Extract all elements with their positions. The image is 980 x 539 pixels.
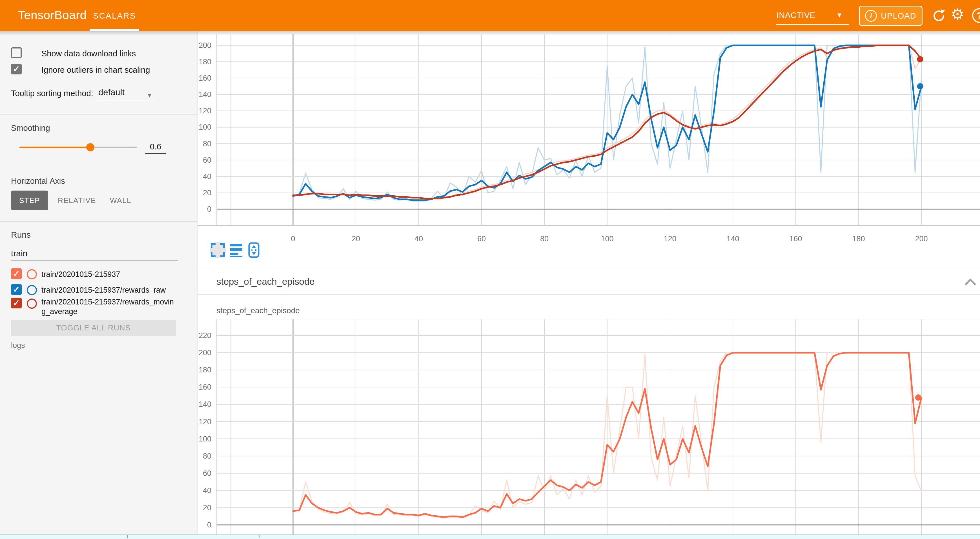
- svg-text:140: 140: [199, 90, 211, 99]
- svg-text:120: 120: [199, 418, 211, 426]
- run-color-ring[interactable]: [27, 269, 37, 279]
- ignore-outliers-checkbox[interactable]: ✓: [11, 64, 22, 75]
- smoothing-value-input[interactable]: 0.6: [145, 142, 166, 151]
- svg-text:40: 40: [203, 172, 211, 181]
- smoothing-value-underline: [145, 153, 166, 154]
- svg-text:120: 120: [199, 107, 211, 115]
- tooltip-sorting-label: Tooltip sorting method:: [11, 89, 93, 98]
- show-download-links-label: Show data download links: [41, 49, 136, 58]
- svg-text:20: 20: [352, 234, 360, 243]
- strip-tick: [259, 535, 259, 538]
- divider: [197, 268, 980, 268]
- svg-text:200: 200: [199, 41, 211, 49]
- chevron-up-icon[interactable]: [965, 279, 976, 285]
- check-icon: ✓: [13, 270, 20, 278]
- svg-text:0: 0: [291, 234, 295, 243]
- svg-text:60: 60: [203, 469, 211, 478]
- chart-card-title: steps_of_each_episode: [216, 306, 300, 315]
- svg-text:200: 200: [915, 234, 928, 243]
- bottom-strip: [0, 534, 980, 539]
- tooltip-select-underline: [98, 100, 158, 101]
- runs-group-logs-label[interactable]: logs: [11, 341, 25, 350]
- smoothing-slider-thumb[interactable]: [86, 143, 94, 151]
- status-dropdown[interactable]: INACTIVE: [776, 11, 815, 20]
- checkbox-checked[interactable]: ✓: [11, 64, 22, 75]
- info-icon: i: [865, 10, 877, 22]
- run-label: train/20201015-215937: [41, 270, 177, 279]
- svg-text:180: 180: [199, 57, 211, 66]
- svg-text:0: 0: [207, 205, 211, 214]
- svg-text:100: 100: [199, 123, 211, 131]
- rewards-chart[interactable]: 0204060801001201401601802000204060801001…: [197, 31, 980, 268]
- refresh-icon[interactable]: [932, 9, 946, 22]
- svg-text:60: 60: [477, 234, 486, 243]
- expand-chart-icon[interactable]: [210, 242, 226, 258]
- runs-filter-underline: [11, 260, 178, 260]
- svg-text:220: 220: [199, 331, 211, 340]
- app-title: TensorBoard: [18, 8, 87, 22]
- svg-text:140: 140: [199, 400, 211, 408]
- divider: [0, 115, 197, 115]
- data-table-icon[interactable]: [230, 243, 242, 257]
- tab-active-underline: [90, 29, 139, 31]
- svg-text:180: 180: [199, 366, 211, 374]
- run-row[interactable]: ✓: [11, 268, 22, 279]
- help-icon[interactable]: ?: [972, 8, 980, 23]
- divider: [197, 294, 980, 295]
- svg-text:40: 40: [203, 486, 211, 495]
- steps-chart[interactable]: 020406080100120140160180200220: [197, 316, 980, 534]
- svg-text:20: 20: [203, 504, 211, 512]
- svg-text:120: 120: [663, 234, 676, 243]
- check-icon: ✓: [13, 65, 20, 73]
- run-checkbox[interactable]: ✓: [11, 298, 22, 308]
- horizontal-axis-label: Horizontal Axis: [11, 177, 65, 186]
- tab-scalars[interactable]: SCALARS: [93, 11, 136, 21]
- app-header: TensorBoard SCALARS INACTIVE ▾ i UPLOAD …: [0, 0, 980, 31]
- run-row[interactable]: ✓: [11, 298, 22, 308]
- run-label: train/20201015-215937/rewards_moving_ave…: [41, 297, 177, 316]
- divider: [0, 221, 197, 222]
- settings-sidebar: Show data download links ✓ Ignore outlie…: [0, 31, 197, 539]
- tooltip-sorting-select[interactable]: default: [98, 88, 124, 97]
- runs-heading: Runs: [11, 230, 31, 239]
- toggle-all-runs-button[interactable]: TOGGLE ALL RUNS: [11, 320, 176, 336]
- svg-text:160: 160: [199, 74, 211, 82]
- run-checkbox[interactable]: ✓: [11, 268, 22, 279]
- svg-text:180: 180: [852, 234, 865, 243]
- caret-down-icon[interactable]: ▾: [148, 91, 151, 99]
- fit-domain-icon[interactable]: [248, 242, 260, 258]
- ignore-outliers-label: Ignore outliers in chart scaling: [41, 65, 150, 75]
- smoothing-label: Smoothing: [11, 123, 50, 133]
- svg-text:80: 80: [540, 234, 549, 243]
- caret-down-icon[interactable]: ▾: [837, 10, 842, 19]
- upload-button-label: UPLOAD: [881, 11, 916, 21]
- divider: [0, 168, 197, 168]
- section-title[interactable]: steps_of_each_episode: [216, 276, 315, 287]
- run-row[interactable]: ✓: [11, 284, 22, 295]
- svg-text:0: 0: [207, 521, 211, 529]
- svg-text:160: 160: [789, 234, 802, 243]
- upload-button[interactable]: i UPLOAD: [859, 6, 923, 26]
- run-color-ring[interactable]: [27, 298, 37, 309]
- svg-text:60: 60: [203, 156, 211, 164]
- svg-text:80: 80: [203, 452, 211, 460]
- header-shadow: [0, 31, 980, 35]
- haxis-relative-button[interactable]: RELATIVE: [58, 196, 96, 205]
- svg-text:40: 40: [415, 234, 423, 243]
- svg-text:200: 200: [199, 348, 211, 357]
- svg-text:80: 80: [203, 140, 211, 148]
- strip-tick: [127, 535, 128, 538]
- svg-text:140: 140: [726, 234, 739, 243]
- status-dropdown-underline: [776, 24, 849, 25]
- runs-filter-input[interactable]: train: [11, 249, 27, 258]
- haxis-wall-button[interactable]: WALL: [110, 196, 131, 205]
- svg-text:100: 100: [601, 234, 613, 243]
- checkbox-unchecked[interactable]: [11, 47, 22, 58]
- show-download-links-checkbox[interactable]: [11, 47, 22, 58]
- haxis-step-button[interactable]: STEP: [11, 191, 48, 210]
- run-checkbox[interactable]: ✓: [11, 284, 22, 295]
- check-icon: ✓: [13, 285, 20, 294]
- run-color-ring[interactable]: [27, 285, 37, 295]
- smoothing-slider-fill: [19, 147, 90, 148]
- gear-icon[interactable]: ⚙: [951, 6, 964, 22]
